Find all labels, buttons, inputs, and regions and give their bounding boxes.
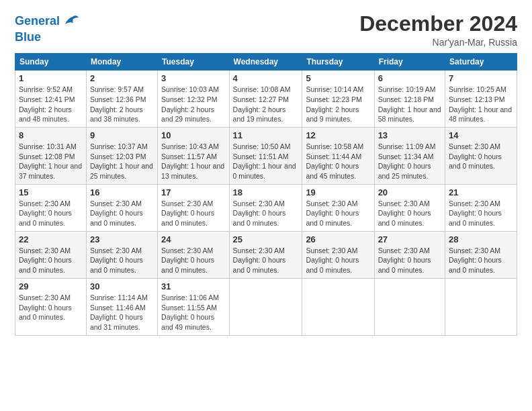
table-row: 15Sunset: 2:30 AM Daylight: 0 hours and … [15,184,87,231]
day-info: Sunset: 2:30 AM Daylight: 0 hours and 0 … [19,199,83,228]
table-row: 24Sunset: 2:30 AM Daylight: 0 hours and … [158,231,229,278]
table-row: 18Sunset: 2:30 AM Daylight: 0 hours and … [229,184,302,231]
day-number: 1 [19,73,83,83]
day-number: 16 [90,187,154,197]
table-row: 12Sunrise: 10:58 AM Sunset: 11:44 AM Day… [302,127,374,184]
day-number: 17 [161,187,225,197]
day-number: 15 [19,187,83,197]
table-row: 8Sunrise: 10:31 AM Sunset: 12:08 PM Dayl… [15,127,87,184]
day-number: 19 [306,187,370,197]
table-row: 14Sunset: 2:30 AM Daylight: 0 hours and … [445,127,517,184]
table-row [302,278,374,335]
page: General Blue December 2024 Nar'yan-Mar, … [0,0,532,411]
header: General Blue December 2024 Nar'yan-Mar, … [15,12,517,48]
location-subtitle: Nar'yan-Mar, Russia [359,37,517,48]
calendar-week-row: 15Sunset: 2:30 AM Daylight: 0 hours and … [15,184,517,231]
col-monday: Monday [86,54,157,71]
day-number: 29 [19,281,83,291]
day-info: Sunset: 2:30 AM Daylight: 0 hours and 0 … [233,199,299,228]
day-number: 9 [90,130,154,140]
table-row: 6Sunrise: 10:19 AM Sunset: 12:18 PM Dayl… [374,71,445,128]
day-info: Sunrise: 10:50 AM Sunset: 11:51 AM Dayli… [233,142,299,181]
table-row: 9Sunrise: 10:37 AM Sunset: 12:03 PM Dayl… [86,127,157,184]
table-row: 26Sunset: 2:30 AM Daylight: 0 hours and … [302,231,374,278]
table-row: 22Sunset: 2:30 AM Daylight: 0 hours and … [15,231,87,278]
calendar-week-row: 1Sunrise: 9:52 AM Sunset: 12:41 PM Dayli… [15,71,517,128]
calendar-week-row: 29Sunset: 2:30 AM Daylight: 0 hours and … [15,278,517,335]
table-row: 1Sunrise: 9:52 AM Sunset: 12:41 PM Dayli… [15,71,87,128]
day-info: Sunset: 2:30 AM Daylight: 0 hours and 0 … [90,246,154,275]
day-number: 4 [233,73,299,83]
day-info: Sunset: 2:30 AM Daylight: 0 hours and 0 … [449,142,513,171]
day-info: Sunrise: 10:25 AM Sunset: 12:13 PM Dayli… [449,85,513,124]
day-info: Sunset: 2:30 AM Daylight: 0 hours and 0 … [19,246,83,275]
day-number: 23 [90,234,154,244]
day-info: Sunset: 2:30 AM Daylight: 0 hours and 0 … [306,246,370,275]
table-row: 23Sunset: 2:30 AM Daylight: 0 hours and … [86,231,157,278]
table-row: 20Sunset: 2:30 AM Daylight: 0 hours and … [374,184,445,231]
day-info: Sunrise: 10:19 AM Sunset: 12:18 PM Dayli… [378,85,441,124]
day-number: 11 [233,130,299,140]
day-info: Sunset: 2:30 AM Daylight: 0 hours and 0 … [449,246,513,275]
table-row: 17Sunset: 2:30 AM Daylight: 0 hours and … [158,184,229,231]
day-number: 10 [161,130,225,140]
logo-bird-icon [61,12,80,31]
day-number: 6 [378,73,441,83]
table-row: 13Sunrise: 11:09 AM Sunset: 11:34 AM Day… [374,127,445,184]
table-row [445,278,517,335]
col-friday: Friday [374,54,445,71]
day-info: Sunset: 2:30 AM Daylight: 0 hours and 0 … [90,199,154,228]
table-row: 7Sunrise: 10:25 AM Sunset: 12:13 PM Dayl… [445,71,517,128]
day-number: 12 [306,130,370,140]
day-number: 5 [306,73,370,83]
calendar-week-row: 8Sunrise: 10:31 AM Sunset: 12:08 PM Dayl… [15,127,517,184]
day-info: Sunset: 2:30 AM Daylight: 0 hours and 0 … [449,199,513,228]
col-wednesday: Wednesday [229,54,302,71]
month-title: December 2024 [359,12,517,36]
table-row: 2Sunrise: 9:57 AM Sunset: 12:36 PM Dayli… [86,71,157,128]
day-number: 31 [161,281,225,291]
day-number: 26 [306,234,370,244]
table-row: 28Sunset: 2:30 AM Daylight: 0 hours and … [445,231,517,278]
logo: General Blue [15,12,80,44]
day-number: 14 [449,130,513,140]
table-row: 21Sunset: 2:30 AM Daylight: 0 hours and … [445,184,517,231]
table-row: 29Sunset: 2:30 AM Daylight: 0 hours and … [15,278,87,335]
col-sunday: Sunday [15,54,87,71]
day-number: 28 [449,234,513,244]
day-info: Sunrise: 11:06 AM Sunset: 11:55 AM Dayli… [161,293,225,332]
table-row: 27Sunset: 2:30 AM Daylight: 0 hours and … [374,231,445,278]
day-number: 21 [449,187,513,197]
logo-text2: Blue [15,31,80,44]
table-row: 11Sunrise: 10:50 AM Sunset: 11:51 AM Day… [229,127,302,184]
day-number: 18 [233,187,299,197]
table-row [374,278,445,335]
title-block: December 2024 Nar'yan-Mar, Russia [359,12,517,48]
day-info: Sunrise: 10:37 AM Sunset: 12:03 PM Dayli… [90,142,154,181]
table-row: 19Sunset: 2:30 AM Daylight: 0 hours and … [302,184,374,231]
col-thursday: Thursday [302,54,374,71]
day-info: Sunrise: 10:43 AM Sunset: 11:57 AM Dayli… [161,142,225,181]
col-tuesday: Tuesday [158,54,229,71]
day-number: 20 [378,187,441,197]
day-number: 30 [90,281,154,291]
day-info: Sunrise: 10:58 AM Sunset: 11:44 AM Dayli… [306,142,370,181]
day-number: 7 [449,73,513,83]
day-number: 2 [90,73,154,83]
day-number: 3 [161,73,225,83]
calendar-week-row: 22Sunset: 2:30 AM Daylight: 0 hours and … [15,231,517,278]
day-info: Sunset: 2:30 AM Daylight: 0 hours and 0 … [233,246,299,275]
day-info: Sunrise: 10:03 AM Sunset: 12:32 PM Dayli… [161,85,225,124]
day-info: Sunset: 2:30 AM Daylight: 0 hours and 0 … [161,246,225,275]
calendar-table: Sunday Monday Tuesday Wednesday Thursday… [15,53,517,335]
day-info: Sunset: 2:30 AM Daylight: 0 hours and 0 … [378,246,441,275]
day-number: 27 [378,234,441,244]
table-row: 4Sunrise: 10:08 AM Sunset: 12:27 PM Dayl… [229,71,302,128]
day-number: 24 [161,234,225,244]
table-row: 3Sunrise: 10:03 AM Sunset: 12:32 PM Dayl… [158,71,229,128]
day-info: Sunrise: 9:52 AM Sunset: 12:41 PM Daylig… [19,85,83,124]
day-number: 22 [19,234,83,244]
table-row: 31Sunrise: 11:06 AM Sunset: 11:55 AM Day… [158,278,229,335]
table-row [229,278,302,335]
calendar-header-row: Sunday Monday Tuesday Wednesday Thursday… [15,54,517,71]
